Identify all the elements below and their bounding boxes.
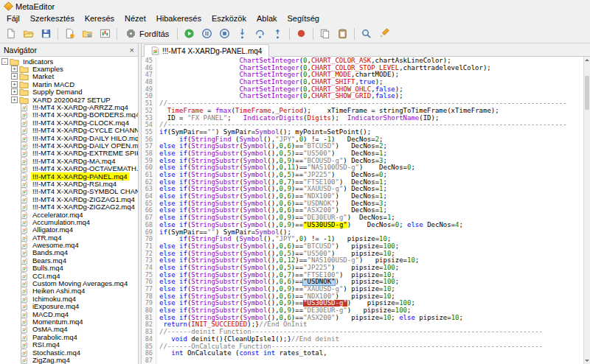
code-token: (), [267, 186, 279, 192]
tree-item[interactable]: +Examples [0, 65, 138, 72]
tree-item[interactable]: Heiken Ashi.mq4 [0, 287, 138, 295]
code-token: "US30USD-g" [303, 222, 347, 228]
styler-icon[interactable] [375, 26, 392, 41]
expand-icon[interactable]: + [11, 88, 18, 95]
step-into-icon[interactable] [234, 26, 251, 41]
start-debug-icon[interactable] [181, 26, 198, 41]
tree-item[interactable]: Parabolic.mq4 [0, 333, 138, 340]
tree-item-label: !!!-MT4 X-XARDg-SYMBOL CHANGER.mq4 [31, 187, 138, 195]
navigator-close-icon[interactable]: × [130, 46, 134, 54]
tree-item[interactable]: OsMA.mq4 [0, 326, 138, 333]
tree-item[interactable]: CCI.mq4 [0, 272, 138, 279]
tree-item[interactable]: Bulls.mq4 [0, 265, 138, 272]
tree-item[interactable]: +XARD 20200427 SETUP [0, 96, 138, 103]
tree-item[interactable]: ZigZag.mq4 [0, 356, 138, 363]
code-token: ; [459, 315, 463, 321]
code-token: "JPY" [275, 136, 295, 143]
scroll-up-icon[interactable] [584, 57, 590, 63]
menu-item[interactable]: Segítség [282, 13, 324, 24]
tree-item[interactable]: !!!-MT4 X-XARDg-SYMBOL CHANGER.mq4 [0, 188, 138, 195]
breakpoint-icon[interactable] [293, 26, 310, 41]
expand-icon[interactable]: + [11, 81, 18, 88]
compile-button[interactable]: Fordítás [120, 26, 174, 41]
menu-item[interactable]: Nézet [119, 13, 151, 24]
tree-item-label: !!!-MT4 X-XARDg-EXTREME SPIKE.mq4 [31, 149, 138, 157]
terminal-icon[interactable] [97, 26, 114, 41]
step-out-icon[interactable] [269, 26, 286, 41]
menu-item[interactable]: Eszközök [206, 13, 251, 24]
save-file-icon[interactable] [38, 26, 55, 41]
code-token: (SymPair== [167, 229, 207, 236]
code-line-text: else if(StringSubstr(Symbol(),0,6)=="ASX… [156, 315, 583, 322]
tree-item[interactable]: !!!-MT4 X-XARDg-EXTREME SPIKE.mq4 [0, 150, 138, 157]
tree-item[interactable]: MACD.mq4 [0, 310, 138, 318]
menu-item[interactable]: Hibakeresés [151, 13, 206, 24]
tree-item[interactable]: !!!-MT4 X-XARDg-CLOCK.mq4 [0, 119, 138, 126]
search-icon[interactable] [358, 26, 375, 41]
code-token: else if [159, 300, 187, 307]
code-editor[interactable]: 45 ChartSetInteger(0,CHART_COLOR_ASK,cha… [142, 57, 583, 364]
tree-item[interactable]: +Martin MACD [0, 80, 138, 88]
tree-item[interactable]: !!!-MT4 X-XARDg-ZIGZAG1.mq4 [0, 195, 138, 203]
expand-icon[interactable]: + [11, 97, 18, 103]
editor-vertical-scrollbar[interactable] [583, 57, 590, 364]
open-file-icon[interactable] [20, 26, 37, 41]
code-token: )== [291, 279, 303, 285]
tree-item[interactable]: !!!-MT4 X-XARDg-OCTAVEMATH.mq4 [0, 164, 138, 172]
tree-item[interactable]: iExposure.mq4 [0, 303, 138, 310]
tree-item[interactable]: !!!-MT4 X-XARDg-PANEL.mq4 [0, 172, 138, 180]
tree-item[interactable]: !!!-MT4 X-XARDg-ARRZZ.mq4 [0, 103, 138, 111]
tree-item[interactable]: ATR.mq4 [0, 234, 138, 241]
tab-panel-mq4[interactable]: !!!-MT4 X-XARDg-PANEL.mq4 [144, 44, 269, 57]
tree-item[interactable]: +Market [0, 73, 138, 80]
expand-icon[interactable]: + [11, 73, 18, 80]
code-token [159, 108, 167, 114]
tree-item[interactable]: !!!-MT4 X-XARDg-MA.mq4 [0, 157, 138, 164]
expand-icon[interactable]: + [11, 66, 18, 72]
code-line-text: else if(StringSubstr(Symbol(),0,5)=="US5… [156, 251, 583, 258]
scroll-down-icon[interactable] [584, 357, 590, 364]
tree-item[interactable]: Bears.mq4 [0, 256, 138, 264]
stop-debug-icon[interactable] [216, 26, 233, 41]
scrollbar-thumb[interactable] [585, 76, 589, 110]
tree-item[interactable]: Stochastic.mq4 [0, 349, 138, 356]
copy-icon[interactable] [316, 26, 333, 41]
code-token: "DE30EUR-g" [303, 307, 347, 314]
menu-item[interactable]: Szerkesztés [25, 13, 80, 24]
tree-item[interactable]: !!!-MT4 X-XARDg-CYCLE CHANNEL.mq4 [0, 127, 138, 134]
tree-item[interactable]: Awesome.mq4 [0, 241, 138, 248]
tree-item[interactable]: -Indicators [0, 57, 138, 65]
code-token: Symbol [243, 257, 268, 264]
code-token: //End OnInit [259, 321, 307, 328]
new-file-icon[interactable] [2, 26, 19, 41]
open-data-folder-icon[interactable] [79, 26, 96, 41]
tree-item[interactable]: Ichimoku.mq4 [0, 295, 138, 302]
pause-debug-icon[interactable] [198, 26, 215, 41]
tree-item[interactable]: !!!-MT4 X-XARDg-DAILY OPEN.mq4 [0, 141, 138, 149]
code-token: StringSubstr [191, 214, 239, 221]
tree-item[interactable]: !!!-MT4 X-XARDg-DAILY HILO.mq4 [0, 134, 138, 141]
tree-item[interactable]: Bands.mq4 [0, 249, 138, 256]
tree-item[interactable]: Alligator.mq4 [0, 226, 138, 234]
menu-item[interactable]: Keresés [80, 13, 119, 24]
step-over-icon[interactable] [251, 26, 268, 41]
tree-item[interactable]: Accumulation.mq4 [0, 218, 138, 225]
paste-icon[interactable] [334, 26, 351, 41]
menu-item[interactable]: Fájl [1, 13, 25, 24]
tree-item[interactable]: Accelerator.mq4 [0, 211, 138, 218]
tree-item[interactable]: !!!-MT4 X-XARDg-BORDERS.mq4 [0, 111, 138, 119]
new-project-icon[interactable] [61, 26, 78, 41]
mq4-file-icon [151, 46, 159, 55]
code-token: 10 [384, 293, 392, 300]
tree-item[interactable]: Momentum.mq4 [0, 318, 138, 325]
menu-item[interactable]: Ablak [251, 13, 282, 24]
tree-item[interactable]: Custom Moving Averages.mq4 [0, 279, 138, 287]
collapse-icon[interactable]: - [1, 58, 8, 65]
tree-item[interactable]: !!!-MT4 X-XARDg-ZIGZAG2.mq4 [0, 203, 138, 210]
code-token: //------deinit Function-----------------… [159, 329, 543, 335]
tree-item[interactable]: +Supply Demand [0, 88, 138, 96]
code-token: ChartSetInteger [239, 86, 299, 93]
tree-item[interactable]: !!!-MT4 X-XARDg-RSI.mq4 [0, 180, 138, 187]
tree-item[interactable]: RSI.mq4 [0, 340, 138, 348]
code-token: Symbol [243, 286, 268, 293]
